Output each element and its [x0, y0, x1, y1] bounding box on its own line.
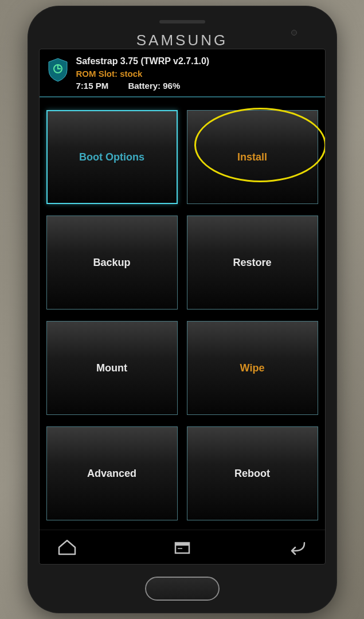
advanced-button[interactable]: Advanced [46, 426, 178, 520]
home-icon[interactable] [57, 537, 77, 558]
screen: Safestrap 3.75 (TWRP v2.7.1.0) ROM Slot:… [39, 49, 326, 565]
console-icon[interactable] [172, 537, 193, 558]
phone-frame: SAMSUNG Safestrap 3.75 (TWRP v2.7.1.0) R… [28, 6, 337, 613]
brand-logo: SAMSUNG [136, 32, 228, 49]
rom-slot-label: ROM Slot: stock [76, 68, 318, 80]
app-title: Safestrap 3.75 (TWRP v2.7.1.0) [76, 55, 318, 68]
svg-rect-2 [175, 543, 189, 546]
front-camera [291, 30, 297, 36]
status-line: 7:15 PM Battery: 96% [76, 80, 318, 92]
restore-button[interactable]: Restore [187, 216, 318, 310]
mount-button[interactable]: Mount [46, 321, 178, 415]
boot-options-button[interactable]: Boot Options [46, 110, 178, 204]
speaker-grille [159, 20, 205, 23]
battery-label: Battery: 96% [128, 81, 180, 91]
back-icon[interactable] [287, 537, 308, 558]
physical-home-button[interactable] [145, 577, 220, 601]
wipe-button[interactable]: Wipe [187, 321, 318, 415]
header-bar: Safestrap 3.75 (TWRP v2.7.1.0) ROM Slot:… [40, 49, 325, 97]
install-button[interactable]: Install [187, 110, 318, 204]
header-text: Safestrap 3.75 (TWRP v2.7.1.0) ROM Slot:… [76, 55, 318, 92]
menu-grid: Boot Options Install Backup Restore Moun… [40, 101, 325, 530]
nav-bar [40, 530, 325, 564]
backup-button[interactable]: Backup [46, 216, 178, 310]
reboot-button[interactable]: Reboot [187, 426, 318, 520]
time-label: 7:15 PM [76, 81, 109, 91]
shield-icon [46, 57, 69, 83]
